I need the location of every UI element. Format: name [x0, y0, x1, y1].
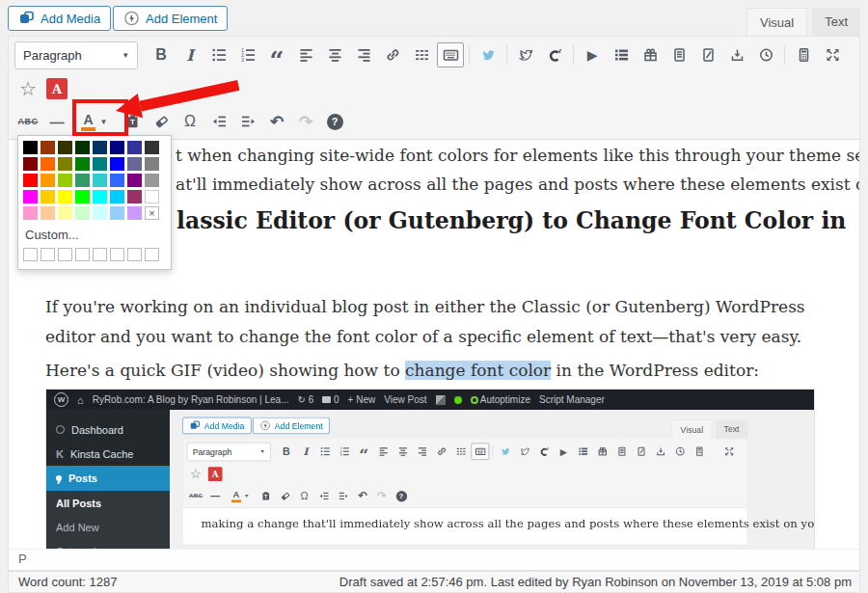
paragraph-dropdown[interactable]: Paragraph ▼ [14, 41, 138, 69]
color-swatch[interactable] [58, 190, 72, 203]
color-swatch[interactable] [75, 206, 90, 220]
clock-button[interactable] [752, 42, 779, 67]
indent-button[interactable] [234, 109, 261, 134]
color-swatch[interactable] [41, 157, 55, 171]
toolbar-row-1: Paragraph ▼ B I 123 “ ▶ [9, 37, 859, 73]
custom-color-slot[interactable] [145, 248, 159, 261]
color-swatch[interactable] [145, 157, 159, 171]
color-swatch[interactable] [58, 157, 72, 171]
wp-admin-bar: W ⌂ RyRob.com: A Blog by Ryan Robinson |… [46, 390, 814, 410]
bulleted-list-button[interactable] [205, 42, 232, 67]
custom-color-slot[interactable] [41, 248, 55, 261]
color-swatch[interactable] [58, 174, 72, 187]
custom-color-slot[interactable] [23, 248, 38, 261]
color-swatch[interactable] [127, 141, 142, 154]
color-swatch[interactable] [75, 157, 90, 171]
toolbar-toggle-keyboard-button[interactable] [437, 42, 464, 67]
color-swatch[interactable] [110, 141, 124, 154]
wordpress-logo-icon: W [54, 392, 68, 407]
color-swatch[interactable] [58, 206, 72, 220]
special-character-button[interactable]: Ω [176, 109, 203, 134]
tab-visual[interactable]: Visual [746, 8, 807, 36]
color-swatch[interactable] [110, 206, 124, 220]
bold-button[interactable]: B [148, 42, 175, 67]
color-swatch[interactable] [23, 141, 38, 154]
custom-color-slot[interactable] [93, 248, 107, 261]
custom-color-link[interactable]: Custom... [23, 223, 166, 248]
color-swatch[interactable] [93, 141, 107, 154]
paragraph-2-after: in the WordPress editor: [551, 361, 759, 380]
color-swatch[interactable] [23, 174, 38, 187]
tab-text[interactable]: Text [812, 8, 860, 36]
color-swatch[interactable] [127, 190, 142, 203]
no-color-button[interactable]: × [145, 206, 159, 220]
color-swatch[interactable] [75, 174, 90, 187]
undo-button[interactable]: ↶ [263, 109, 290, 134]
color-swatch[interactable] [127, 206, 142, 220]
custom-color-slot[interactable] [58, 248, 72, 261]
insert-link-button[interactable] [379, 42, 406, 67]
calculator-button[interactable] [790, 42, 817, 67]
horizontal-rule-button[interactable]: — [43, 109, 70, 134]
color-swatch[interactable] [145, 141, 159, 154]
convertkit-button[interactable] [541, 42, 568, 67]
color-swatch[interactable] [93, 190, 107, 203]
submenu-all-posts: All Posts [46, 491, 170, 515]
color-swatch[interactable] [75, 190, 90, 203]
toc-list-button[interactable] [608, 42, 635, 67]
color-swatch[interactable] [110, 174, 124, 187]
color-swatch[interactable] [127, 157, 142, 171]
color-swatch-white[interactable] [145, 190, 159, 203]
submenu-categories: Categories [46, 539, 170, 549]
add-element-button[interactable]: Add Element [113, 6, 228, 31]
color-swatch[interactable] [23, 190, 38, 203]
help-button[interactable]: ? [321, 109, 348, 134]
wp-admin-content-area: Add Media Add Element VisualText [170, 410, 814, 549]
custom-color-slot[interactable] [110, 248, 124, 261]
color-swatch[interactable] [41, 141, 55, 154]
color-swatch[interactable] [145, 174, 159, 187]
arrow-head [113, 94, 143, 123]
green-status-dot [454, 396, 462, 404]
custom-color-slot[interactable] [127, 248, 142, 261]
download-button[interactable] [723, 42, 750, 67]
twitter-bird-button[interactable] [512, 42, 539, 67]
color-swatch[interactable] [23, 206, 38, 220]
color-swatch[interactable] [41, 174, 55, 187]
color-swatch[interactable] [110, 157, 124, 171]
jetpack-bird-icon-button[interactable] [475, 42, 502, 67]
question-mark-icon: ? [327, 114, 343, 130]
color-swatch[interactable] [127, 174, 142, 187]
blockquote-button[interactable]: “ [263, 42, 290, 67]
color-swatch[interactable] [93, 174, 107, 187]
mini-tab-visual: Visual [671, 419, 712, 438]
favorite-star-button[interactable]: ☆ [14, 76, 41, 101]
color-swatch[interactable] [23, 157, 38, 171]
color-swatch[interactable] [93, 206, 107, 220]
color-swatch[interactable] [41, 190, 55, 203]
strikethrough-button[interactable]: ABC [14, 109, 41, 134]
redo-button[interactable]: ↷ [292, 109, 319, 134]
outdent-button[interactable] [205, 109, 232, 134]
color-swatch[interactable] [93, 157, 107, 171]
fullscreen-button[interactable] [819, 42, 846, 67]
document-button[interactable] [665, 42, 692, 67]
read-more-button[interactable] [408, 42, 435, 67]
align-left-button[interactable] [292, 42, 319, 67]
gift-button[interactable] [637, 42, 664, 67]
edit-document-button[interactable] [694, 42, 721, 67]
play-video-button[interactable]: ▶ [579, 42, 606, 67]
color-swatch[interactable] [58, 141, 72, 154]
align-right-button[interactable] [350, 42, 377, 67]
align-center-button[interactable] [321, 42, 348, 67]
color-swatch[interactable] [75, 141, 90, 154]
script-manager-menu: Script Manager [539, 394, 605, 405]
red-a-badge-button[interactable]: A [43, 76, 70, 101]
wordpress-classic-editor-page: Add Media Add Element Visual Text Paragr… [0, 0, 868, 593]
color-swatch[interactable] [41, 206, 55, 220]
custom-color-slot[interactable] [75, 248, 90, 261]
add-media-button[interactable]: Add Media [8, 6, 111, 31]
italic-button[interactable]: I [176, 42, 203, 67]
numbered-list-button[interactable]: 123 [234, 42, 261, 67]
color-swatch[interactable] [110, 190, 124, 203]
